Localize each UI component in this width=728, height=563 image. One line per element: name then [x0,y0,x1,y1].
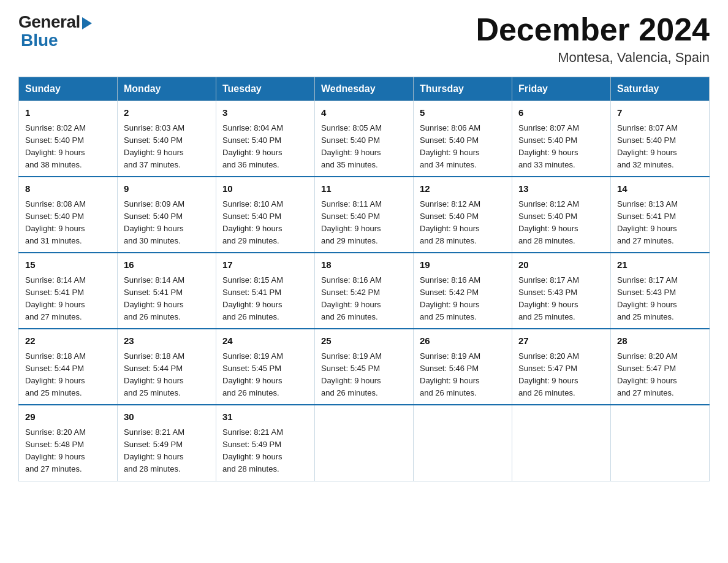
calendar-day-cell: 22Sunrise: 8:18 AMSunset: 5:44 PMDayligh… [19,329,118,405]
day-info: Sunrise: 8:11 AMSunset: 5:40 PMDaylight:… [321,198,407,248]
day-info: Sunrise: 8:19 AMSunset: 5:45 PMDaylight:… [321,350,407,400]
day-info: Sunrise: 8:20 AMSunset: 5:47 PMDaylight:… [617,350,703,400]
calendar-day-cell [414,405,512,481]
calendar-day-cell: 27Sunrise: 8:20 AMSunset: 5:47 PMDayligh… [512,329,611,405]
calendar-day-cell: 7Sunrise: 8:07 AMSunset: 5:40 PMDaylight… [611,101,710,177]
calendar-header-wednesday: Wednesday [315,77,414,101]
day-info: Sunrise: 8:12 AMSunset: 5:40 PMDaylight:… [420,198,506,248]
calendar-week-row: 29Sunrise: 8:20 AMSunset: 5:48 PMDayligh… [19,405,710,481]
calendar-week-row: 22Sunrise: 8:18 AMSunset: 5:44 PMDayligh… [19,329,710,405]
calendar-day-cell [611,405,710,481]
calendar-day-cell: 13Sunrise: 8:12 AMSunset: 5:40 PMDayligh… [512,177,611,253]
day-info: Sunrise: 8:09 AMSunset: 5:40 PMDaylight:… [124,198,210,248]
day-info: Sunrise: 8:19 AMSunset: 5:46 PMDaylight:… [420,350,506,400]
calendar-day-cell: 28Sunrise: 8:20 AMSunset: 5:47 PMDayligh… [611,329,710,405]
day-info: Sunrise: 8:02 AMSunset: 5:40 PMDaylight:… [25,122,111,172]
calendar-day-cell: 16Sunrise: 8:14 AMSunset: 5:41 PMDayligh… [118,253,216,329]
day-info: Sunrise: 8:12 AMSunset: 5:40 PMDaylight:… [518,198,604,248]
day-info: Sunrise: 8:05 AMSunset: 5:40 PMDaylight:… [321,122,407,172]
day-number: 30 [124,410,210,424]
calendar-day-cell: 5Sunrise: 8:06 AMSunset: 5:40 PMDaylight… [414,101,512,177]
day-number: 7 [617,106,703,120]
day-number: 21 [617,258,703,272]
calendar-day-cell: 11Sunrise: 8:11 AMSunset: 5:40 PMDayligh… [315,177,414,253]
calendar-day-cell: 18Sunrise: 8:16 AMSunset: 5:42 PMDayligh… [315,253,414,329]
day-number: 20 [518,258,604,272]
day-number: 27 [518,334,604,348]
day-number: 22 [25,334,111,348]
calendar-day-cell: 29Sunrise: 8:20 AMSunset: 5:48 PMDayligh… [19,405,118,481]
calendar-day-cell: 9Sunrise: 8:09 AMSunset: 5:40 PMDaylight… [118,177,216,253]
logo-arrow-icon [82,17,92,29]
calendar-day-cell: 2Sunrise: 8:03 AMSunset: 5:40 PMDaylight… [118,101,216,177]
day-number: 14 [617,182,703,196]
calendar-day-cell: 10Sunrise: 8:10 AMSunset: 5:40 PMDayligh… [216,177,315,253]
calendar-day-cell [315,405,414,481]
calendar-header-saturday: Saturday [611,77,710,101]
day-number: 6 [518,106,604,120]
calendar-week-row: 15Sunrise: 8:14 AMSunset: 5:41 PMDayligh… [19,253,710,329]
logo-general-text: General [18,12,80,32]
day-number: 28 [617,334,703,348]
calendar-day-cell: 19Sunrise: 8:16 AMSunset: 5:42 PMDayligh… [414,253,512,329]
calendar-location: Montesa, Valencia, Spain [476,50,710,66]
day-number: 8 [25,182,111,196]
day-number: 18 [321,258,407,272]
day-info: Sunrise: 8:15 AMSunset: 5:41 PMDaylight:… [222,274,308,324]
calendar-day-cell: 8Sunrise: 8:08 AMSunset: 5:40 PMDaylight… [19,177,118,253]
day-info: Sunrise: 8:17 AMSunset: 5:43 PMDaylight:… [617,274,703,324]
calendar-day-cell: 21Sunrise: 8:17 AMSunset: 5:43 PMDayligh… [611,253,710,329]
calendar-day-cell: 14Sunrise: 8:13 AMSunset: 5:41 PMDayligh… [611,177,710,253]
day-info: Sunrise: 8:14 AMSunset: 5:41 PMDaylight:… [25,274,111,324]
logo-blue-text: Blue [21,31,58,50]
day-number: 1 [25,106,111,120]
day-info: Sunrise: 8:18 AMSunset: 5:44 PMDaylight:… [25,350,111,400]
calendar-day-cell: 23Sunrise: 8:18 AMSunset: 5:44 PMDayligh… [118,329,216,405]
calendar-header-tuesday: Tuesday [216,77,315,101]
day-number: 26 [420,334,506,348]
calendar-header-sunday: Sunday [19,77,118,101]
day-info: Sunrise: 8:07 AMSunset: 5:40 PMDaylight:… [617,122,703,172]
calendar-day-cell: 24Sunrise: 8:19 AMSunset: 5:45 PMDayligh… [216,329,315,405]
calendar-day-cell: 12Sunrise: 8:12 AMSunset: 5:40 PMDayligh… [414,177,512,253]
day-number: 25 [321,334,407,348]
day-info: Sunrise: 8:06 AMSunset: 5:40 PMDaylight:… [420,122,506,172]
calendar-day-cell: 6Sunrise: 8:07 AMSunset: 5:40 PMDaylight… [512,101,611,177]
day-info: Sunrise: 8:13 AMSunset: 5:41 PMDaylight:… [617,198,703,248]
day-number: 23 [124,334,210,348]
day-info: Sunrise: 8:21 AMSunset: 5:49 PMDaylight:… [124,426,210,476]
calendar-header-row: SundayMondayTuesdayWednesdayThursdayFrid… [19,77,710,101]
day-info: Sunrise: 8:04 AMSunset: 5:40 PMDaylight:… [222,122,308,172]
day-number: 19 [420,258,506,272]
day-number: 15 [25,258,111,272]
calendar-day-cell: 15Sunrise: 8:14 AMSunset: 5:41 PMDayligh… [19,253,118,329]
calendar-day-cell: 20Sunrise: 8:17 AMSunset: 5:43 PMDayligh… [512,253,611,329]
calendar-header-thursday: Thursday [414,77,512,101]
calendar-day-cell: 1Sunrise: 8:02 AMSunset: 5:40 PMDaylight… [19,101,118,177]
day-number: 4 [321,106,407,120]
calendar-day-cell: 17Sunrise: 8:15 AMSunset: 5:41 PMDayligh… [216,253,315,329]
calendar-week-row: 1Sunrise: 8:02 AMSunset: 5:40 PMDaylight… [19,101,710,177]
day-info: Sunrise: 8:03 AMSunset: 5:40 PMDaylight:… [124,122,210,172]
day-number: 16 [124,258,210,272]
day-number: 10 [222,182,308,196]
day-info: Sunrise: 8:20 AMSunset: 5:48 PMDaylight:… [25,426,111,476]
day-number: 5 [420,106,506,120]
day-info: Sunrise: 8:08 AMSunset: 5:40 PMDaylight:… [25,198,111,248]
day-number: 11 [321,182,407,196]
calendar-header-friday: Friday [512,77,611,101]
page-header: General Blue December 2024 Montesa, Vale… [18,12,710,66]
calendar-header-monday: Monday [118,77,216,101]
calendar-day-cell: 26Sunrise: 8:19 AMSunset: 5:46 PMDayligh… [414,329,512,405]
day-info: Sunrise: 8:18 AMSunset: 5:44 PMDaylight:… [124,350,210,400]
day-info: Sunrise: 8:10 AMSunset: 5:40 PMDaylight:… [222,198,308,248]
day-info: Sunrise: 8:21 AMSunset: 5:49 PMDaylight:… [222,426,308,476]
day-number: 24 [222,334,308,348]
day-info: Sunrise: 8:14 AMSunset: 5:41 PMDaylight:… [124,274,210,324]
calendar-day-cell: 3Sunrise: 8:04 AMSunset: 5:40 PMDaylight… [216,101,315,177]
day-info: Sunrise: 8:16 AMSunset: 5:42 PMDaylight:… [321,274,407,324]
day-number: 31 [222,410,308,424]
day-number: 29 [25,410,111,424]
calendar-week-row: 8Sunrise: 8:08 AMSunset: 5:40 PMDaylight… [19,177,710,253]
day-number: 3 [222,106,308,120]
